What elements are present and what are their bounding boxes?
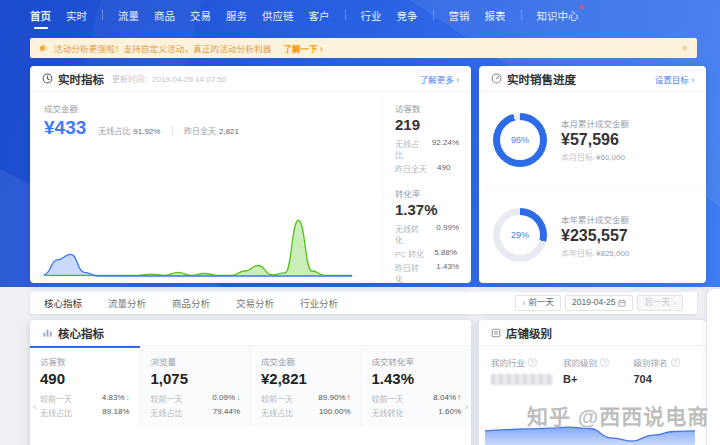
banner-text: 活动分析更强啦！支持自定义活动，真正的活动分析利器 — [54, 42, 272, 54]
learn-more-link[interactable]: 了解更多 › — [420, 73, 459, 85]
trend-arrow-icon: ↓ — [126, 393, 130, 402]
core-metrics-card: 核心指标 访客数 490 较前一天4.83%↓ 无线占比89.18% 浏览量 1… — [30, 320, 471, 445]
trend-arrow-icon: ↑ — [457, 393, 461, 402]
nav-item-home[interactable]: 首页 — [30, 8, 51, 23]
trend-arrow-icon: ↑ — [347, 393, 351, 402]
dashboard-page: 首页 实时 流量 商品 交易 服务 供应链 客户 行业 竞争 营销 报表 知识中… — [0, 0, 720, 445]
megaphone-icon — [39, 43, 49, 53]
clock-icon — [42, 73, 53, 84]
month-progress-donut: 96% — [493, 113, 547, 167]
wireless-share: 无线占比91.92% 昨日全天2,821 — [98, 125, 239, 136]
trend-chart-svg — [38, 210, 358, 283]
amount-label: 成交金额 — [44, 102, 368, 114]
clipboard-icon — [491, 328, 501, 338]
shop-card-header: 店铺级别 — [479, 320, 706, 346]
realtime-card-header: 实时指标 更新时间：2019-04-26 14:07:50 了解更多 › — [30, 66, 471, 92]
card-title: 核心指标 — [58, 325, 104, 341]
metric-tile-amount[interactable]: 成交金额 ¥2,821 较前一天89.90%↑ 无线占比100.00% — [250, 346, 361, 427]
realtime-side-metrics: 访客数 219 无线占比92.24% 昨日全天490 转化率 1.37% 无线转… — [382, 92, 471, 283]
card-title: 实时指标 — [58, 71, 104, 87]
notice-banner: 活动分析更强啦！支持自定义活动，真正的活动分析利器 了解一下 › × — [30, 38, 697, 58]
gauge-icon — [491, 73, 502, 84]
conversion-block: 转化率 1.37% 无线转化0.99% PC 转化5.88% 昨日转化1.43% — [395, 187, 459, 283]
sales-card-header: 实时销售进度 设置目标 › — [479, 66, 706, 92]
masked-value — [491, 374, 553, 385]
core-card-header: 核心指标 — [30, 320, 471, 346]
tab-trade-analysis[interactable]: 交易分析 — [236, 296, 274, 310]
metric-tile-pageviews[interactable]: 浏览量 1,075 较前一天0.09%↓ 无线占比79.44% — [140, 346, 251, 427]
shop-level-columns: 我的行业 我的级别 B+ 级别排名 704 — [479, 346, 706, 385]
metric-tile-conversion[interactable]: 成交转化率 1.43% 较前一天8.04%↑ 无线转化1.60% — [361, 346, 472, 427]
card-title: 实时销售进度 — [507, 71, 576, 87]
year-amount: ¥235,557 — [561, 227, 629, 245]
nav-item-realtime[interactable]: 实时 — [66, 8, 87, 23]
tab-industry-analysis[interactable]: 行业分析 — [300, 296, 338, 310]
info-icon[interactable] — [671, 358, 680, 367]
trend-arrow-icon: ↓ — [236, 393, 240, 402]
level-rank-col: 级别排名 704 — [634, 356, 695, 385]
metric-tiles: 访客数 490 较前一天4.83%↓ 无线占比89.18% 浏览量 1,075 … — [30, 346, 471, 427]
prev-day-button[interactable]: ‹ 前一天 — [515, 295, 561, 312]
next-day-button[interactable]: 后一天 › — [637, 295, 683, 312]
nav-item-traffic[interactable]: 流量 — [118, 8, 139, 23]
nav-item-knowledge-center[interactable]: 知识中心 — [537, 8, 579, 23]
nav-item-trade[interactable]: 交易 — [190, 8, 211, 23]
nav-item-supply-chain[interactable]: 供应链 — [262, 8, 294, 23]
nav-item-reports[interactable]: 报表 — [485, 8, 506, 23]
date-picker[interactable]: 2019-04-25 — [565, 295, 633, 311]
amount-value: ¥433 — [44, 117, 86, 139]
tab-core-metrics[interactable]: 核心指标 — [44, 296, 82, 310]
realtime-trend-chart: 0:003:006:009:0012:0015:0018:0021:00 今天 … — [38, 210, 364, 283]
chevron-left-icon: ‹ — [522, 297, 525, 310]
sales-progress-card: 实时销售进度 设置目标 › 96% 本月累计成交金额 ¥57,596 本月目标¥… — [479, 66, 706, 283]
nav-divider — [521, 10, 522, 20]
info-icon[interactable] — [528, 358, 537, 367]
top-nav: 首页 实时 流量 商品 交易 服务 供应链 客户 行业 竞争 营销 报表 知识中… — [0, 0, 720, 30]
realtime-metrics-card: 实时指标 更新时间：2019-04-26 14:07:50 了解更多 › 成交金… — [30, 66, 471, 283]
nav-divider — [433, 10, 434, 20]
set-target-link[interactable]: 设置目标 › — [655, 73, 694, 85]
tab-traffic-analysis[interactable]: 流量分析 — [108, 296, 146, 310]
divider — [172, 126, 173, 135]
my-level-col: 我的级别 B+ — [563, 356, 624, 385]
nav-divider — [345, 10, 346, 20]
year-progress-row: 29% 本年累计成交金额 ¥235,557 本年目标¥825,000 — [479, 187, 706, 282]
analysis-tabs-bar: 核心指标 流量分析 商品分析 交易分析 行业分析 ‹ 前一天 2019-04-2… — [30, 292, 697, 314]
my-industry-col: 我的行业 — [491, 356, 553, 385]
calendar-icon — [618, 299, 626, 307]
nav-item-goods[interactable]: 商品 — [154, 8, 175, 23]
nav-item-customer[interactable]: 客户 — [309, 8, 330, 23]
bar-chart-icon — [42, 327, 53, 338]
nav-item-marketing[interactable]: 营销 — [449, 8, 470, 23]
tiles-prev-icon[interactable]: ‹ — [33, 401, 36, 412]
nav-divider — [102, 10, 103, 20]
year-progress-donut: 29% — [493, 208, 547, 262]
level-rank-value: 704 — [634, 373, 695, 385]
nav-item-service[interactable]: 服务 — [226, 8, 247, 23]
close-icon[interactable]: × — [682, 43, 688, 54]
banner-link[interactable]: 了解一下 › — [284, 42, 323, 54]
tiles-next-icon[interactable]: › — [465, 401, 468, 412]
realtime-amount-block: 成交金额 ¥433 无线占比91.92% 昨日全天2,821 0:003:006… — [30, 92, 382, 283]
update-time: 更新时间：2019-04-26 14:07:50 — [112, 73, 226, 84]
tab-goods-analysis[interactable]: 商品分析 — [172, 296, 210, 310]
month-amount: ¥57,596 — [561, 131, 629, 149]
visitors-value: 219 — [395, 116, 459, 133]
chevron-right-icon: › — [673, 297, 676, 310]
card-title: 店铺级别 — [506, 325, 552, 341]
nav-item-industry[interactable]: 行业 — [361, 8, 382, 23]
notification-dot — [580, 5, 584, 9]
month-progress-row: 96% 本月累计成交金额 ¥57,596 本月目标¥60,000 — [479, 92, 706, 187]
metric-tile-visitors[interactable]: 访客数 490 较前一天4.83%↓ 无线占比89.18% — [30, 346, 140, 427]
nav-item-competition[interactable]: 竞争 — [397, 8, 418, 23]
conversion-value: 1.37% — [395, 201, 459, 218]
shop-level-value: B+ — [563, 373, 624, 385]
info-icon[interactable] — [600, 358, 609, 367]
visitors-block: 访客数 219 无线占比92.24% 昨日全天490 — [395, 102, 459, 174]
watermark: 知乎 @西西说电商 — [527, 400, 709, 430]
date-nav: ‹ 前一天 2019-04-25 后一天 › — [515, 295, 683, 312]
